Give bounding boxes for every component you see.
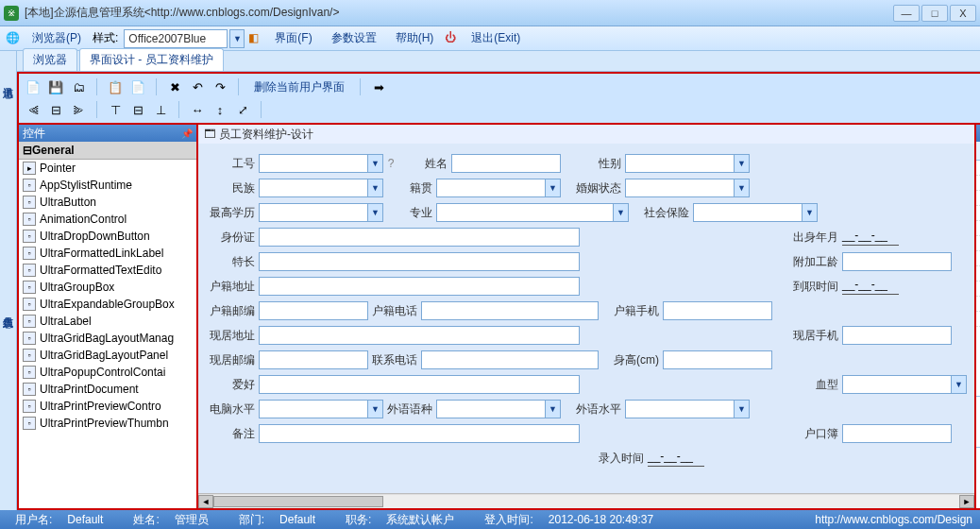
property-row[interactable]: ButtonsLeft(集合) xyxy=(976,282,980,297)
form-field[interactable] xyxy=(842,326,952,345)
export-icon[interactable]: ➡ xyxy=(370,78,387,95)
dropdown-icon[interactable]: ▼ xyxy=(735,400,750,418)
form-field[interactable] xyxy=(259,350,368,369)
dropdown-icon[interactable]: ▼ xyxy=(546,179,561,197)
form-field[interactable] xyxy=(663,301,772,320)
toolbox-item[interactable]: ▫UltraLabel xyxy=(19,313,196,330)
form-field[interactable] xyxy=(421,350,599,369)
tab-browser[interactable]: 浏览器 xyxy=(23,48,77,71)
new-icon[interactable]: 📄 xyxy=(25,78,42,95)
form-surface[interactable]: 工号▼?姓名性别▼民族▼籍贯▼婚姻状态▼最高学历▼专业▼社会保险▼身份证出身年月… xyxy=(198,144,974,493)
saveall-icon[interactable]: 🗂 xyxy=(70,78,87,95)
help-icon[interactable]: ? xyxy=(383,157,398,170)
toolbox-item[interactable]: ▸Pointer xyxy=(19,160,196,177)
toolbox-item[interactable]: ▫UltraFormattedTextEdito xyxy=(19,262,196,279)
scroll-thumb[interactable] xyxy=(213,496,383,507)
minimize-button[interactable]: — xyxy=(893,5,920,22)
form-field[interactable] xyxy=(259,203,368,222)
form-field[interactable] xyxy=(259,424,580,443)
dropdown-icon[interactable]: ▼ xyxy=(614,203,629,222)
close-button[interactable]: X xyxy=(950,5,976,22)
horizontal-scrollbar[interactable]: ◄ ► xyxy=(198,493,974,508)
form-field[interactable] xyxy=(693,203,803,222)
toolbox-item[interactable]: ▫UltraGridBagLayoutPanel xyxy=(19,347,196,364)
dropdown-icon[interactable]: ▼ xyxy=(952,375,967,394)
form-field[interactable] xyxy=(259,179,368,197)
toolbox-item[interactable]: ▫UltraExpandableGroupBox xyxy=(19,296,196,313)
form-field[interactable] xyxy=(259,400,368,418)
property-row[interactable]: AutoCompleteMDefault xyxy=(976,206,980,221)
date-field[interactable]: __-__-__ xyxy=(842,229,899,246)
dropdown-icon[interactable]: ▼ xyxy=(368,154,383,173)
property-row[interactable]: CausesValidatTrue xyxy=(976,312,980,327)
menu-exit[interactable]: 退出(Exit) xyxy=(464,28,528,48)
property-row[interactable]: AlwaysInEditMFalse xyxy=(976,161,980,176)
toolbox-item[interactable]: ▫UltraGroupBox xyxy=(19,279,196,296)
form-field[interactable] xyxy=(451,154,561,173)
property-row[interactable]: AutoSuggestFiDefault xyxy=(976,236,980,251)
property-row[interactable]: AnchorTop, Left xyxy=(976,176,980,191)
save-icon[interactable]: 💾 xyxy=(47,78,64,95)
form-field[interactable] xyxy=(259,277,580,296)
toolbox-item[interactable]: ▫AnimationControl xyxy=(19,211,196,228)
form-field[interactable] xyxy=(625,154,735,173)
form-field[interactable] xyxy=(842,424,952,443)
toolbox-category[interactable]: ⊟General xyxy=(19,142,196,160)
property-row[interactable]: ⊞Appearance xyxy=(976,191,980,206)
form-field[interactable] xyxy=(259,375,580,394)
scroll-right-icon[interactable]: ► xyxy=(959,495,974,508)
side-tab-comm[interactable]: 通讯信息 xyxy=(0,51,17,108)
copy-icon[interactable]: 📋 xyxy=(107,78,124,95)
dropdown-icon[interactable]: ▼ xyxy=(368,400,383,418)
form-field[interactable] xyxy=(436,179,546,197)
side-tab-online[interactable]: 在线人员信息 xyxy=(0,108,17,510)
delete-icon[interactable]: ✖ xyxy=(166,78,183,95)
menu-browser[interactable]: 浏览器(P) xyxy=(25,28,89,48)
property-row[interactable]: ButtonsRight(集合) xyxy=(976,297,980,312)
toolbox-item[interactable]: ▫AppStylistRuntime xyxy=(19,177,196,194)
form-field[interactable] xyxy=(842,252,952,271)
toolbox-item[interactable]: ▫UltraPrintDocument xyxy=(19,381,196,398)
form-field[interactable] xyxy=(842,375,952,394)
form-field[interactable] xyxy=(436,203,614,222)
toolbox-item[interactable]: ▫UltraPopupControlContai xyxy=(19,364,196,381)
dropdown-icon[interactable]: ▼ xyxy=(803,203,818,222)
toolbox-item[interactable]: ▫UltraGridBagLayoutManag xyxy=(19,330,196,347)
paste-icon[interactable]: 📄 xyxy=(129,78,146,95)
size-height-icon[interactable]: ↕ xyxy=(211,101,228,118)
maximize-button[interactable]: □ xyxy=(921,5,948,22)
undo-icon[interactable]: ↶ xyxy=(189,78,206,95)
dropdown-icon[interactable]: ▼ xyxy=(546,400,561,418)
property-row[interactable]: AutoSizeTrue xyxy=(976,221,980,236)
form-field[interactable] xyxy=(436,400,546,418)
property-row[interactable]: BorderStyleDefault xyxy=(976,251,980,266)
toolbox-item[interactable]: ▫UltraPrintPreviewThumbn xyxy=(19,415,196,432)
dropdown-icon[interactable]: ▼ xyxy=(735,179,750,197)
tab-designer[interactable]: 界面设计 - 员工资料维护 xyxy=(79,48,224,71)
align-middle-icon[interactable]: ⊟ xyxy=(129,101,146,118)
dropdown-icon[interactable]: ▼ xyxy=(368,179,383,197)
dropdown-icon[interactable]: ▼ xyxy=(368,203,383,222)
redo-icon[interactable]: ↷ xyxy=(211,78,228,95)
property-row[interactable]: ⊞ButtonAppeara xyxy=(976,266,980,282)
toolbox-item[interactable]: ▫UltraPrintPreviewContro xyxy=(19,398,196,415)
align-right-icon[interactable]: ⫸ xyxy=(70,101,87,118)
date-field[interactable]: __-__-__ xyxy=(648,450,704,467)
menu-ui[interactable]: 界面(F) xyxy=(267,28,319,48)
toolbox-item[interactable]: ▫UltraDropDownButton xyxy=(19,228,196,245)
form-field[interactable] xyxy=(259,326,580,345)
form-field[interactable] xyxy=(625,179,735,197)
toolbox-item[interactable]: ▫UltraButton xyxy=(19,194,196,211)
align-top-icon[interactable]: ⊤ xyxy=(107,101,124,118)
form-field[interactable] xyxy=(259,228,580,247)
size-width-icon[interactable]: ↔ xyxy=(189,101,206,118)
align-bottom-icon[interactable]: ⊥ xyxy=(152,101,169,118)
menu-params[interactable]: 参数设置 xyxy=(324,28,384,48)
form-field[interactable] xyxy=(259,154,368,173)
menu-help[interactable]: 帮助(H) xyxy=(388,28,442,48)
delete-ui-button[interactable]: 删除当前用户界面 xyxy=(248,79,350,95)
toolbox-item[interactable]: ▫UltraFormattedLinkLabel xyxy=(19,245,196,262)
scroll-left-icon[interactable]: ◄ xyxy=(198,495,213,508)
form-field[interactable] xyxy=(259,252,580,271)
date-field[interactable]: __-__-__ xyxy=(842,278,899,295)
